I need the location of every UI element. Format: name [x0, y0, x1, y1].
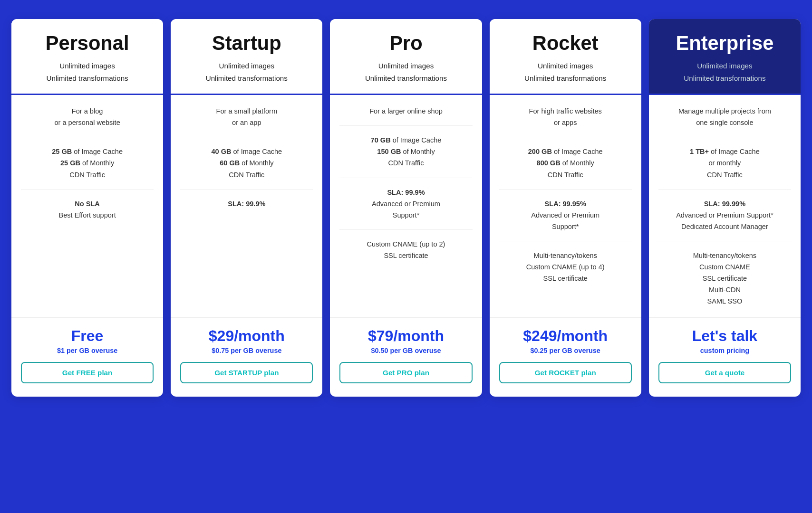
plan-header-startup: StartupUnlimited imagesUnlimited transfo…: [171, 19, 322, 95]
plan-overuse-startup: $0.75 per GB overuse: [180, 347, 313, 354]
plan-body-pro: For a larger online shop70 GB of Image C…: [330, 95, 482, 317]
plan-body-startup: For a small platformor an app40 GB of Im…: [171, 95, 322, 317]
plan-card-enterprise: EnterpriseUnlimited imagesUnlimited tran…: [649, 19, 801, 397]
plan-footer-rocket: $249/month$0.25 per GB overuseGet ROCKET…: [490, 317, 641, 397]
plan-cta-personal[interactable]: Get FREE plan: [21, 362, 154, 383]
plan-extras-rocket: Multi-tenancy/tokensCustom CNAME (up to …: [499, 250, 632, 284]
plan-sla-enterprise: SLA: 99.99%Advanced or Premium Support*D…: [658, 198, 791, 241]
plan-extras-enterprise: Multi-tenancy/tokensCustom CNAMESSL cert…: [658, 250, 791, 307]
plan-name-pro: Pro: [339, 32, 472, 54]
plan-description-rocket: For high traffic websitesor apps: [499, 105, 632, 137]
plan-name-personal: Personal: [21, 32, 154, 54]
plan-body-enterprise: Manage multiple projects fromone single …: [649, 95, 801, 317]
plan-price-rocket: $249/month: [499, 327, 632, 345]
plan-overuse-rocket: $0.25 per GB overuse: [499, 347, 632, 354]
plan-unlimited-pro: Unlimited imagesUnlimited transformation…: [339, 60, 472, 85]
plan-overuse-enterprise: custom pricing: [658, 347, 791, 354]
plan-card-pro: ProUnlimited imagesUnlimited transformat…: [330, 19, 482, 397]
plan-storage-startup: 40 GB of Image Cache60 GB of MonthlyCDN …: [180, 146, 313, 189]
plan-overuse-personal: $1 per GB overuse: [21, 347, 154, 354]
plan-header-personal: PersonalUnlimited imagesUnlimited transf…: [11, 19, 163, 95]
plan-card-startup: StartupUnlimited imagesUnlimited transfo…: [171, 19, 322, 397]
plan-price-startup: $29/month: [180, 327, 313, 345]
pricing-grid: PersonalUnlimited imagesUnlimited transf…: [11, 19, 801, 397]
plan-cta-pro[interactable]: Get PRO plan: [339, 362, 472, 383]
plan-sla-personal: No SLABest Effort support: [21, 198, 154, 221]
plan-unlimited-personal: Unlimited imagesUnlimited transformation…: [21, 60, 154, 85]
plan-body-personal: For a blogor a personal website25 GB of …: [11, 95, 163, 317]
plan-description-startup: For a small platformor an app: [180, 105, 313, 137]
plan-sla-startup: SLA: 99.9%: [180, 198, 313, 209]
plan-cta-enterprise[interactable]: Get a quote: [658, 362, 791, 383]
plan-header-enterprise: EnterpriseUnlimited imagesUnlimited tran…: [649, 19, 801, 95]
plan-card-personal: PersonalUnlimited imagesUnlimited transf…: [11, 19, 163, 397]
plan-footer-startup: $29/month$0.75 per GB overuseGet STARTUP…: [171, 317, 322, 397]
plan-footer-personal: Free$1 per GB overuseGet FREE plan: [11, 317, 163, 397]
plan-card-rocket: RocketUnlimited imagesUnlimited transfor…: [490, 19, 641, 397]
plan-footer-pro: $79/month$0.50 per GB overuseGet PRO pla…: [330, 317, 482, 397]
plan-description-enterprise: Manage multiple projects fromone single …: [658, 105, 791, 137]
plan-header-pro: ProUnlimited imagesUnlimited transformat…: [330, 19, 482, 95]
plan-description-personal: For a blogor a personal website: [21, 105, 154, 137]
plan-extras-pro: Custom CNAME (up to 2)SSL certificate: [339, 238, 472, 261]
plan-overuse-pro: $0.50 per GB overuse: [339, 347, 472, 354]
plan-price-pro: $79/month: [339, 327, 472, 345]
plan-price-enterprise: Let's talk: [658, 327, 791, 345]
plan-storage-pro: 70 GB of Image Cache150 GB of MonthlyCDN…: [339, 134, 472, 178]
plan-unlimited-rocket: Unlimited imagesUnlimited transformation…: [499, 60, 632, 85]
plan-sla-rocket: SLA: 99.95%Advanced or PremiumSupport*: [499, 198, 632, 241]
plan-header-rocket: RocketUnlimited imagesUnlimited transfor…: [490, 19, 641, 95]
plan-unlimited-enterprise: Unlimited imagesUnlimited transformation…: [658, 60, 791, 85]
plan-unlimited-startup: Unlimited imagesUnlimited transformation…: [180, 60, 313, 85]
plan-footer-enterprise: Let's talkcustom pricingGet a quote: [649, 317, 801, 397]
plan-name-rocket: Rocket: [499, 32, 632, 54]
plan-price-personal: Free: [21, 327, 154, 345]
plan-name-startup: Startup: [180, 32, 313, 54]
plan-cta-startup[interactable]: Get STARTUP plan: [180, 362, 313, 383]
plan-body-rocket: For high traffic websitesor apps200 GB o…: [490, 95, 641, 317]
plan-sla-pro: SLA: 99.9%Advanced or PremiumSupport*: [339, 187, 472, 230]
plan-storage-enterprise: 1 TB+ of Image Cacheor monthlyCDN Traffi…: [658, 146, 791, 189]
plan-storage-rocket: 200 GB of Image Cache800 GB of MonthlyCD…: [499, 146, 632, 189]
plan-description-pro: For a larger online shop: [339, 105, 472, 126]
plan-name-enterprise: Enterprise: [658, 32, 791, 54]
plan-cta-rocket[interactable]: Get ROCKET plan: [499, 362, 632, 383]
plan-storage-personal: 25 GB of Image Cache25 GB of MonthlyCDN …: [21, 146, 154, 189]
